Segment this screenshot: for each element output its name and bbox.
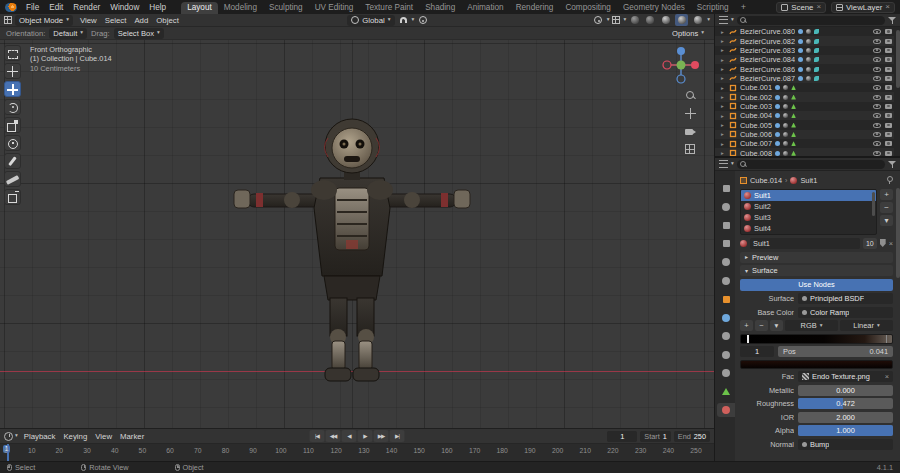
- workspace-tab-scripting[interactable]: Scripting: [691, 2, 735, 14]
- properties-tab-world[interactable]: [717, 274, 735, 288]
- disable-render-icon[interactable]: [885, 48, 892, 53]
- disable-render-icon[interactable]: [885, 76, 892, 81]
- hide-viewport-icon[interactable]: [873, 104, 881, 109]
- pin-icon[interactable]: [886, 176, 893, 185]
- transform-orientation-dropdown[interactable]: Global ▾: [347, 15, 394, 26]
- ramp-index-field[interactable]: 1: [740, 346, 774, 357]
- tool-transform-button[interactable]: [4, 135, 21, 151]
- overlays-chevron-icon[interactable]: ▾: [623, 17, 626, 23]
- blender-logo-icon[interactable]: [5, 3, 17, 12]
- outliner-search-input[interactable]: [737, 16, 885, 25]
- slot-specials-button[interactable]: ▾: [880, 215, 893, 226]
- show-overlays-icon[interactable]: [612, 16, 620, 24]
- properties-filter-icon[interactable]: [888, 160, 897, 169]
- material-slot[interactable]: Suit3: [741, 212, 876, 223]
- properties-tab-particles[interactable]: [717, 329, 735, 343]
- viewport-menu-add[interactable]: Add: [130, 16, 152, 25]
- viewport-3d[interactable]: Object Mode ▾ ViewSelectAddObject Global…: [0, 14, 714, 428]
- outliner-item[interactable]: ▸BezierCurve.087: [715, 74, 894, 83]
- properties-tab-object[interactable]: [717, 292, 735, 306]
- tool-scale-button[interactable]: [4, 117, 21, 133]
- navigation-gizmo[interactable]: [662, 46, 700, 86]
- hide-viewport-icon[interactable]: [873, 57, 881, 62]
- timeline-menu-marker[interactable]: Marker: [116, 432, 148, 441]
- start-frame-field[interactable]: Start 1: [640, 431, 670, 442]
- use-nodes-button[interactable]: Use Nodes: [740, 279, 893, 291]
- proportional-editing-icon[interactable]: [417, 15, 428, 26]
- expand-icon[interactable]: ▸: [721, 113, 727, 119]
- remove-slot-button[interactable]: −: [880, 202, 893, 213]
- hide-viewport-icon[interactable]: [873, 85, 881, 90]
- outliner-item[interactable]: ▸Cube.001: [715, 83, 894, 92]
- disable-render-icon[interactable]: [885, 132, 892, 137]
- workspace-tab-compositing[interactable]: Compositing: [559, 2, 617, 14]
- workspace-tab-layout[interactable]: Layout: [181, 2, 218, 14]
- outliner-item[interactable]: ▸Cube.006: [715, 130, 894, 139]
- disable-render-icon[interactable]: [885, 141, 892, 146]
- slot-list-scrollbar[interactable]: [872, 192, 875, 216]
- menu-window[interactable]: Window: [105, 3, 144, 12]
- tool-cursor-button[interactable]: [4, 63, 21, 79]
- shading-material-button[interactable]: [675, 14, 688, 26]
- expand-icon[interactable]: ▸: [721, 122, 727, 128]
- options-dropdown[interactable]: Options ▾: [668, 28, 708, 39]
- expand-icon[interactable]: ▸: [721, 131, 727, 137]
- roughness-slider[interactable]: 0.472: [798, 398, 893, 409]
- outliner-item[interactable]: ▸Cube.005: [715, 120, 894, 129]
- outliner-item[interactable]: ▸Cube.003: [715, 102, 894, 111]
- tool-measure-button[interactable]: [4, 171, 21, 187]
- properties-tab-physics[interactable]: [717, 348, 735, 362]
- workspace-tab-texture-paint[interactable]: Texture Paint: [359, 2, 419, 14]
- color-ramp-gradient[interactable]: [740, 334, 893, 344]
- viewlayer-selector[interactable]: ViewLayer ×: [831, 2, 895, 13]
- users-count-badge[interactable]: 10: [863, 238, 877, 249]
- outliner-editor-icon[interactable]: [719, 16, 728, 24]
- mode-dropdown[interactable]: Object Mode ▾: [15, 15, 73, 26]
- camera-view-icon[interactable]: [685, 126, 696, 137]
- properties-editor-icon[interactable]: [719, 160, 728, 168]
- material-name-field[interactable]: Suit1: [750, 238, 860, 249]
- orientation-setting-dropdown[interactable]: Default ▾: [49, 28, 87, 39]
- gizmo-chevron-icon[interactable]: ▾: [607, 17, 610, 23]
- timeline-ruler[interactable]: 1 01020304050607080901001101201301401501…: [0, 444, 714, 461]
- unlink-material-icon[interactable]: ×: [889, 239, 893, 248]
- menu-render[interactable]: Render: [68, 3, 105, 12]
- outliner-scrollbar[interactable]: [896, 30, 900, 88]
- snap-options-chevron-icon[interactable]: ▾: [412, 17, 415, 23]
- hide-viewport-icon[interactable]: [873, 151, 881, 156]
- interpolation-dropdown[interactable]: Linear ▾: [840, 320, 893, 331]
- current-frame-field[interactable]: 1: [607, 431, 637, 442]
- outliner-item[interactable]: ▸BezierCurve.086: [715, 64, 894, 73]
- workspace-tab-shading[interactable]: Shading: [419, 2, 461, 14]
- snap-magnet-icon[interactable]: [398, 15, 409, 26]
- scene-selector[interactable]: Scene ×: [776, 2, 826, 13]
- pan-icon[interactable]: [685, 108, 696, 119]
- scene-unlink-icon[interactable]: ×: [816, 3, 821, 11]
- hide-viewport-icon[interactable]: [873, 123, 881, 128]
- timeline-menu-view[interactable]: View: [91, 432, 116, 441]
- hide-viewport-icon[interactable]: [873, 76, 881, 81]
- material-slot[interactable]: Suit2: [741, 201, 876, 212]
- properties-tab-view-layer[interactable]: [717, 237, 735, 251]
- next-keyframe-button[interactable]: ▶▶: [374, 430, 389, 442]
- ior-slider[interactable]: 2.000: [798, 412, 893, 423]
- tool-annotate-button[interactable]: [4, 153, 21, 169]
- workspace-tab-geometry-nodes[interactable]: Geometry Nodes: [617, 2, 691, 14]
- workspace-tab-animation[interactable]: Animation: [461, 2, 509, 14]
- tool-add-cube-button[interactable]: [4, 189, 21, 205]
- toggle-xray-icon[interactable]: [629, 15, 640, 26]
- material-slot[interactable]: Suit4: [741, 223, 876, 234]
- properties-tab-tool[interactable]: [717, 181, 735, 195]
- shading-rendered-button[interactable]: [691, 14, 704, 26]
- disable-render-icon[interactable]: [885, 151, 892, 156]
- outliner-item[interactable]: ▸Cube.002: [715, 92, 894, 101]
- hide-viewport-icon[interactable]: [873, 113, 881, 118]
- expand-icon[interactable]: ▸: [721, 29, 727, 35]
- ramp-stop-active[interactable]: [747, 335, 749, 343]
- ramp-stop[interactable]: [886, 335, 888, 343]
- disable-render-icon[interactable]: [885, 57, 892, 62]
- fake-user-shield-icon[interactable]: [880, 239, 886, 247]
- unlink-icon[interactable]: ×: [885, 372, 889, 381]
- surface-panel-header[interactable]: ▾ Surface: [740, 265, 893, 276]
- properties-tab-render[interactable]: [717, 200, 735, 214]
